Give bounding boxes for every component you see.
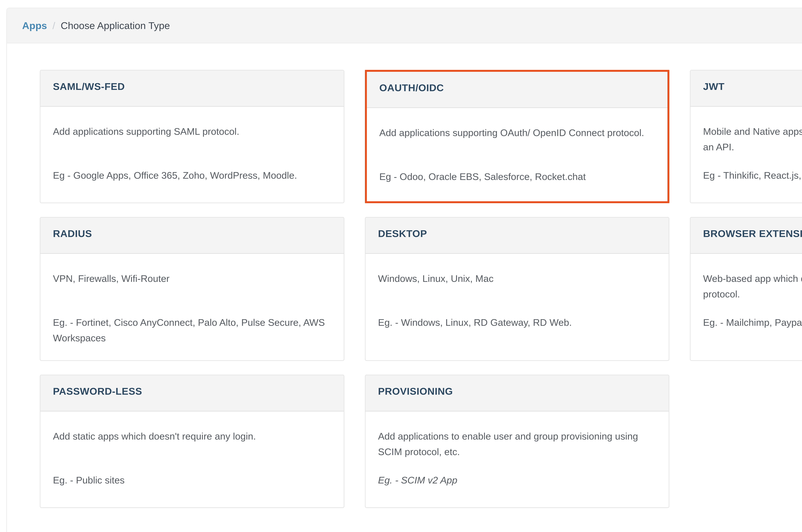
card-example: Eg. - Mailchimp, Paypal, Quickbooks. <box>703 315 802 330</box>
panel-body: SAML/WS-FED Add applications supporting … <box>7 43 802 532</box>
breadcrumb-bar: Apps / Choose Application Type Back to M… <box>7 8 802 43</box>
card-example: Eg - Google Apps, Office 365, Zoho, Word… <box>53 168 331 183</box>
card-description: Web-based app which doesn't support any … <box>703 271 802 302</box>
card-description: Add applications supporting SAML protoco… <box>53 124 331 155</box>
card-description: Mobile and Native apps, Javascript Front… <box>703 124 802 155</box>
app-type-grid: SAML/WS-FED Add applications supporting … <box>40 70 802 508</box>
card-description: Add applications to enable user and grou… <box>378 429 656 460</box>
card-body: Add static apps which doesn't require an… <box>40 412 344 502</box>
app-type-card-4[interactable]: DESKTOP Windows, Linux, Unix, Mac Eg. - … <box>365 217 670 361</box>
card-body: Web-based app which doesn't support any … <box>691 254 802 345</box>
card-body: Add applications to enable user and grou… <box>366 412 669 502</box>
card-title: JWT <box>691 71 802 107</box>
card-body: Add applications supporting SAML protoco… <box>40 107 344 197</box>
card-body: Windows, Linux, Unix, Mac Eg. - Windows,… <box>366 254 669 345</box>
card-example: Eg. - Fortinet, Cisco AnyConnect, Palo A… <box>53 315 331 346</box>
card-example: Eg. - SCIM v2 App <box>378 472 656 488</box>
card-description: Add static apps which doesn't require an… <box>53 429 331 460</box>
page-title: Choose Application Type <box>61 20 170 31</box>
app-type-card-7[interactable]: PROVISIONING Add applications to enable … <box>365 375 670 508</box>
card-title: DESKTOP <box>366 217 669 254</box>
card-body: VPN, Firewalls, Wifi-Router Eg. - Fortin… <box>40 254 344 360</box>
card-description: VPN, Firewalls, Wifi-Router <box>53 271 331 302</box>
card-body: Mobile and Native apps, Javascript Front… <box>691 107 802 197</box>
app-type-card-3[interactable]: RADIUS VPN, Firewalls, Wifi-Router Eg. -… <box>40 217 344 361</box>
breadcrumb-apps-link[interactable]: Apps <box>22 20 47 31</box>
card-title: PASSWORD-LESS <box>40 375 344 412</box>
card-title: PROVISIONING <box>366 375 669 412</box>
app-type-card-5[interactable]: BROWSER EXTENSION/FORM-POST Web-based ap… <box>690 217 802 361</box>
card-body: Add applications supporting OAuth/ OpenI… <box>367 108 668 199</box>
card-title: BROWSER EXTENSION/FORM-POST <box>691 217 802 254</box>
app-type-card-1[interactable]: OAUTH/OIDC Add applications supporting O… <box>365 70 670 203</box>
card-example: Eg - Thinkific, React.js, Firebase, Angu… <box>703 168 802 183</box>
card-example: Eg. - Windows, Linux, RD Gateway, RD Web… <box>378 315 656 330</box>
app-type-card-0[interactable]: SAML/WS-FED Add applications supporting … <box>40 70 344 203</box>
card-title: RADIUS <box>40 217 344 254</box>
app-type-card-2[interactable]: JWT Mobile and Native apps, Javascript F… <box>690 70 802 203</box>
card-title: OAUTH/OIDC <box>367 72 668 108</box>
card-example: Eg - Odoo, Oracle EBS, Salesforce, Rocke… <box>379 169 655 185</box>
card-description: Add applications supporting OAuth/ OpenI… <box>379 125 655 156</box>
app-type-card-6[interactable]: PASSWORD-LESS Add static apps which does… <box>40 375 344 508</box>
card-example: Eg. - Public sites <box>53 472 331 488</box>
breadcrumb: Apps / Choose Application Type <box>22 20 170 31</box>
card-description: Windows, Linux, Unix, Mac <box>378 271 656 302</box>
breadcrumb-separator: / <box>47 20 61 31</box>
card-title: SAML/WS-FED <box>40 71 344 107</box>
main-panel: Apps / Choose Application Type Back to M… <box>6 8 802 532</box>
